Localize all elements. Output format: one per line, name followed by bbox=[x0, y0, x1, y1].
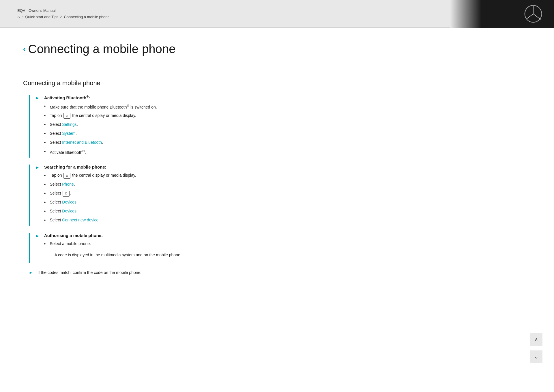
step3-block: ► Authorising a mobile phone: Select a m… bbox=[35, 233, 531, 263]
bullet-text: Select ⚙. bbox=[50, 190, 71, 196]
breadcrumb-sep1: > bbox=[21, 15, 23, 19]
devices-link1[interactable]: Devices bbox=[62, 200, 76, 204]
list-item: Select Connect new device. bbox=[44, 217, 531, 224]
logo-area bbox=[450, 0, 554, 28]
bullet-text: Select System. bbox=[50, 130, 76, 137]
bullet-text: Select Devices. bbox=[50, 208, 78, 214]
step3-content: Authorising a mobile phone: Select a mob… bbox=[44, 233, 531, 263]
breadcrumb: ⌂ > Quick start and Tips > Connecting a … bbox=[17, 14, 110, 19]
step2-arrow: ► bbox=[35, 165, 40, 170]
step2-title: Searching for a mobile phone: bbox=[44, 165, 531, 169]
step3-bullets: Select a mobile phone. bbox=[44, 241, 531, 247]
step1-arrow: ► bbox=[35, 96, 40, 100]
bullet-text: Select Phone. bbox=[50, 181, 75, 187]
bullet-text: Select Connect new device. bbox=[50, 217, 100, 223]
bullet-text: Select Devices. bbox=[50, 199, 78, 205]
list-item: Select ⚙. bbox=[44, 190, 531, 197]
breadcrumb-sep2: > bbox=[60, 15, 62, 19]
step1-bullets: Make sure that the mobile phone Bluetoot… bbox=[44, 103, 531, 155]
list-item: Select Internet and Bluetooth. bbox=[44, 139, 531, 146]
gear-icon: ⚙ bbox=[63, 191, 70, 197]
phone-link[interactable]: Phone bbox=[62, 182, 74, 186]
section-heading: Connecting a mobile phone bbox=[23, 79, 531, 87]
bullet-text: Make sure that the mobile phone Bluetoot… bbox=[50, 103, 157, 110]
home-icon[interactable]: ⌂ bbox=[17, 14, 20, 19]
breadcrumb-current: Connecting a mobile phone bbox=[64, 15, 109, 19]
list-item: Activate Bluetooth®. bbox=[44, 148, 531, 156]
step4-content: If the codes match, confirm the code on … bbox=[38, 270, 531, 276]
step1-content: Activating Bluetooth®: Make sure that th… bbox=[44, 95, 531, 158]
list-item: Tap on ⌂ the central display or media di… bbox=[44, 172, 531, 179]
step1-sup: ® bbox=[87, 95, 89, 98]
internet-bluetooth-link[interactable]: Internet and Bluetooth bbox=[62, 140, 102, 145]
step4-block: ► If the codes match, confirm the code o… bbox=[29, 270, 531, 276]
list-item: Tap on ⌂ the central display or media di… bbox=[44, 113, 531, 119]
list-item: Make sure that the mobile phone Bluetoot… bbox=[44, 103, 531, 110]
bullet-text: Activate Bluetooth®. bbox=[50, 148, 86, 156]
svg-line-3 bbox=[526, 14, 533, 19]
mercedes-logo bbox=[524, 5, 542, 23]
step4-text: If the codes match, confirm the code on … bbox=[38, 270, 141, 275]
bullet-text: Select Settings. bbox=[50, 122, 78, 128]
header-content: EQV - Owner's Manual ⌂ > Quick start and… bbox=[17, 8, 110, 19]
chevron-up-icon: ∧ bbox=[534, 336, 538, 343]
list-item: Select Devices. bbox=[44, 199, 531, 206]
connect-new-device-link[interactable]: Connect new device bbox=[62, 218, 98, 222]
step3-arrow: ► bbox=[35, 234, 40, 238]
list-item: Select Phone. bbox=[44, 181, 531, 188]
list-item: Select Settings. bbox=[44, 122, 531, 128]
step2-container: ► Searching for a mobile phone: Tap on ⌂… bbox=[29, 165, 531, 226]
chevron-down-icon: ⌄ bbox=[534, 354, 538, 360]
step3-container: ► Authorising a mobile phone: Select a m… bbox=[29, 233, 531, 263]
svg-line-4 bbox=[533, 14, 541, 19]
page-title: Connecting a mobile phone bbox=[28, 42, 175, 56]
list-item: Select Devices. bbox=[44, 208, 531, 215]
content-area: ► Activating Bluetooth®: Make sure that … bbox=[23, 95, 531, 276]
manual-title: EQV - Owner's Manual bbox=[17, 8, 110, 13]
step3-title: Authorising a mobile phone: bbox=[44, 233, 531, 238]
page-header: EQV - Owner's Manual ⌂ > Quick start and… bbox=[0, 0, 554, 28]
back-button[interactable]: ‹ bbox=[23, 44, 26, 54]
step2-block: ► Searching for a mobile phone: Tap on ⌂… bbox=[35, 165, 531, 226]
page-title-section: ‹ Connecting a mobile phone bbox=[23, 42, 531, 62]
bullet-text: Select a mobile phone. bbox=[50, 241, 91, 247]
step4-arrow: ► bbox=[29, 270, 33, 275]
main-content: ‹ Connecting a mobile phone Connecting a… bbox=[0, 28, 554, 392]
scroll-up-button[interactable]: ∧ bbox=[530, 333, 542, 346]
settings-link[interactable]: Settings bbox=[62, 122, 77, 127]
step1-container: ► Activating Bluetooth®: Make sure that … bbox=[29, 95, 531, 158]
step2-content: Searching for a mobile phone: Tap on ⌂ t… bbox=[44, 165, 531, 226]
breadcrumb-quickstart[interactable]: Quick start and Tips bbox=[25, 15, 58, 19]
bullet-text: Tap on ⌂ the central display or media di… bbox=[50, 113, 136, 119]
scroll-down-button[interactable]: ⌄ bbox=[530, 350, 542, 363]
step2-bullets: Tap on ⌂ the central display or media di… bbox=[44, 172, 531, 224]
devices-link2[interactable]: Devices bbox=[62, 209, 76, 213]
bullet-text: Tap on ⌂ the central display or media di… bbox=[50, 172, 136, 178]
list-item: Select System. bbox=[44, 130, 531, 137]
home-display-icon2: ⌂ bbox=[63, 173, 70, 179]
home-display-icon: ⌂ bbox=[63, 113, 70, 119]
system-link[interactable]: System bbox=[62, 131, 76, 136]
step3-note: A code is displayed in the multimedia sy… bbox=[44, 252, 531, 258]
list-item: Select a mobile phone. bbox=[44, 241, 531, 247]
bullet-text: Select Internet and Bluetooth. bbox=[50, 139, 103, 145]
step1-block: ► Activating Bluetooth®: Make sure that … bbox=[35, 95, 531, 158]
step1-title: Activating Bluetooth®: bbox=[44, 95, 531, 100]
